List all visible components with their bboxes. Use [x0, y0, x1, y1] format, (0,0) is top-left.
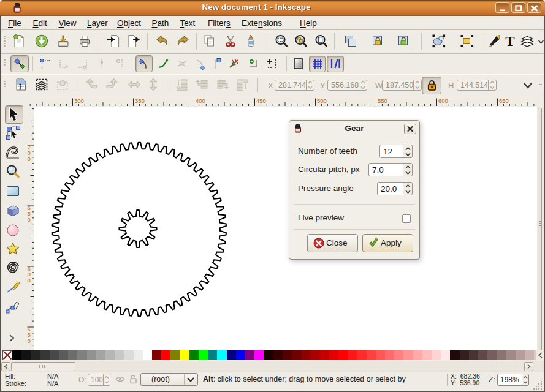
- svg-text:550: 550: [378, 97, 387, 104]
- svg-text:400: 400: [196, 97, 205, 104]
- svg-text:0: 0: [28, 216, 31, 223]
- svg-text:300: 300: [74, 97, 84, 104]
- svg-text:0: 0: [28, 156, 31, 162]
- svg-text:650: 650: [499, 97, 509, 104]
- svg-text:500: 500: [317, 97, 327, 104]
- svg-text:350: 350: [135, 97, 145, 104]
- svg-text:0: 0: [28, 337, 31, 344]
- svg-text:450: 450: [256, 97, 266, 104]
- svg-text:T: T: [505, 34, 514, 48]
- svg-text:600: 600: [438, 97, 448, 104]
- svg-text:0: 0: [28, 277, 31, 284]
